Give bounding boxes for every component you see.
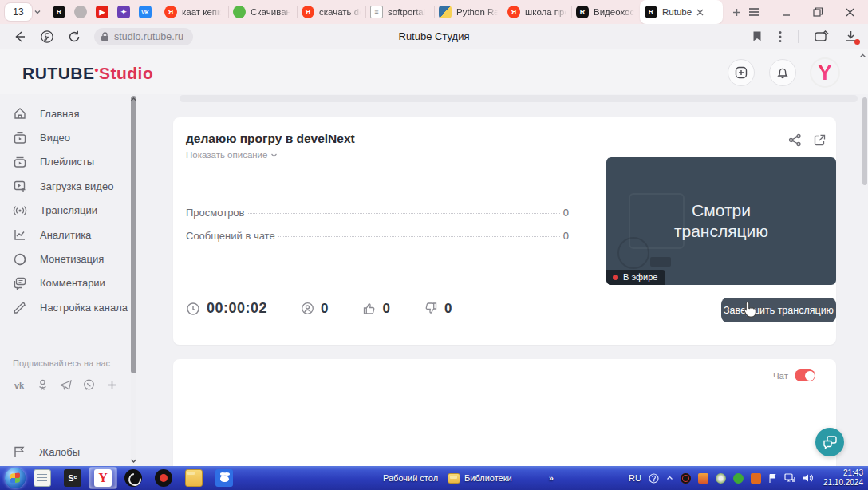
taskbar-app-se[interactable]: Sᵉ — [59, 468, 86, 488]
taskbar-app-obs[interactable] — [120, 468, 147, 488]
action-center-flag-icon[interactable] — [768, 473, 777, 484]
tray-camera-icon[interactable] — [716, 473, 726, 484]
preview-decoration — [650, 257, 671, 267]
address-bar[interactable]: studio.rutube.ru — [94, 28, 193, 45]
browser-menu-icon[interactable] — [748, 6, 760, 18]
help-tray-icon[interactable] — [649, 473, 659, 484]
chevron-down-icon[interactable] — [34, 8, 41, 16]
viewers-count: 0 — [321, 301, 328, 317]
taskbar-app-rabbit[interactable] — [211, 468, 238, 488]
restore-button[interactable] — [812, 6, 823, 18]
tray-obs-icon[interactable] — [681, 473, 691, 484]
close-tab-icon[interactable] — [696, 9, 704, 16]
start-button[interactable] — [5, 468, 26, 488]
kebab-menu-icon[interactable] — [779, 30, 782, 43]
pinned-tab-purple-icon[interactable]: ✦ — [117, 6, 130, 18]
bookmark-icon[interactable] — [752, 30, 763, 42]
yandex-services-icon[interactable] — [40, 30, 54, 44]
sidebar-item-playlists[interactable]: Плейлисты — [0, 150, 144, 174]
rutube-studio-logo[interactable]: RUTUBE•Studio — [22, 64, 153, 83]
page-scrollbar-thumb[interactable] — [862, 97, 867, 185]
toolbar-overflow-chevron[interactable]: » — [549, 473, 554, 483]
desktop-toolbar-label[interactable]: Рабочий стол — [383, 473, 438, 483]
sidebar-item-analytics[interactable]: Аналитика — [0, 223, 144, 247]
minimize-button[interactable] — [780, 6, 791, 18]
stream-title: делаюю прогру в develNext — [186, 132, 355, 146]
page-scroll-up-icon[interactable] — [859, 53, 866, 59]
sidebar-item-video[interactable]: Видео — [0, 125, 144, 149]
sidebar-item-complaints[interactable]: Жалобы — [0, 441, 144, 464]
taskbar-app-explorer[interactable] — [180, 468, 207, 488]
taskbar-clock[interactable]: 21:43 21.10.2024 — [823, 468, 863, 488]
pinned-tab-gray-icon[interactable] — [74, 6, 87, 18]
stat-label: Сообщений в чате — [186, 230, 275, 242]
sidebar-scrollbar-thumb[interactable] — [131, 96, 136, 373]
analytics-icon — [13, 227, 27, 242]
libraries-shortcut[interactable]: Библиотеки — [448, 473, 512, 484]
browser-tab[interactable]: Я школа про — [503, 0, 571, 24]
show-description-link[interactable]: Показать описание — [186, 150, 278, 160]
telegram-icon[interactable] — [59, 379, 72, 392]
tray-orange-icon[interactable] — [698, 473, 708, 484]
browser-tab[interactable]: Python Re — [434, 0, 503, 24]
browser-tab-active[interactable]: R Rutube — [640, 0, 723, 24]
live-dot — [613, 275, 618, 280]
ok-icon[interactable] — [36, 379, 49, 392]
thumbs-up-icon — [362, 302, 377, 315]
sidebar-item-label: Главная — [40, 108, 79, 120]
network-icon[interactable] — [784, 473, 795, 483]
sidebar-scrollbar[interactable] — [131, 94, 136, 466]
taskbar-app-notepad[interactable] — [29, 468, 56, 488]
language-indicator[interactable]: RU — [629, 473, 641, 483]
browser-tab[interactable]: ≡ softportal — [365, 0, 434, 24]
page-scrollbar[interactable] — [862, 51, 867, 464]
tab-counter[interactable]: 13 — [5, 3, 32, 21]
tray-expand-icon[interactable] — [666, 475, 673, 481]
sidebar-item-upload-video[interactable]: Загрузка видео — [0, 174, 144, 198]
tab-title: Python Re — [456, 7, 498, 17]
browser-tab[interactable]: Скачиван — [228, 0, 297, 24]
close-window-button[interactable] — [844, 6, 855, 18]
taskbar-app-recorder[interactable] — [150, 468, 177, 488]
previous-card-edge — [180, 95, 858, 102]
collections-icon[interactable] — [815, 30, 829, 42]
notifications-button[interactable] — [769, 59, 796, 86]
end-stream-button[interactable]: Завершить трансляцию — [721, 298, 836, 322]
share-icon[interactable] — [788, 133, 802, 147]
new-tab-button[interactable] — [728, 3, 745, 21]
support-chat-button[interactable] — [815, 428, 844, 456]
sidebar-item-monetization[interactable]: Монетизация — [0, 247, 144, 271]
pinned-tab-vk-icon[interactable]: VK — [139, 6, 152, 18]
tab-title: скачать de — [319, 7, 361, 17]
more-socials-icon[interactable] — [105, 379, 118, 392]
pinned-tab-youtube-icon[interactable]: ▶ — [96, 6, 108, 18]
vk-icon[interactable]: vk — [13, 379, 26, 392]
chat-toggle[interactable] — [795, 369, 815, 381]
sidebar-item-broadcasts[interactable]: Трансляции — [0, 199, 144, 223]
sidebar-item-home[interactable]: Главная — [0, 101, 144, 125]
sidebar-item-comments[interactable]: Комментарии — [0, 271, 144, 295]
refresh-icon[interactable] — [67, 30, 81, 44]
sidebar-item-channel-settings[interactable]: Настройка канала — [0, 295, 144, 319]
viber-icon[interactable] — [82, 379, 95, 392]
avatar[interactable]: Y — [811, 58, 839, 87]
show-description-label: Показать описание — [186, 150, 267, 160]
scroll-down-icon[interactable] — [130, 457, 137, 464]
volume-icon[interactable] — [803, 473, 813, 483]
browser-tab[interactable]: Я каат кепк — [160, 0, 228, 24]
rutube-favicon: R — [576, 6, 589, 18]
pinned-tab-rutube-icon[interactable]: R — [53, 6, 65, 18]
back-icon[interactable] — [13, 30, 27, 44]
tray-utorrent-icon[interactable] — [733, 473, 744, 484]
open-in-new-icon[interactable] — [813, 133, 827, 147]
scroll-up-icon[interactable] — [130, 96, 137, 103]
browser-tab[interactable]: Я скачать de — [297, 0, 365, 24]
upload-button[interactable] — [728, 59, 755, 86]
toggle-knob — [805, 371, 815, 381]
tray-app-icon[interactable] — [751, 473, 761, 484]
browser-tab[interactable]: R Видеохос — [571, 0, 640, 24]
stream-preview[interactable]: Смотри трансляцию В эфире — [606, 157, 836, 285]
dotted-leader — [248, 213, 560, 214]
downloads-button[interactable] — [845, 30, 857, 42]
taskbar-app-yandex-browser[interactable]: Y — [89, 468, 116, 488]
